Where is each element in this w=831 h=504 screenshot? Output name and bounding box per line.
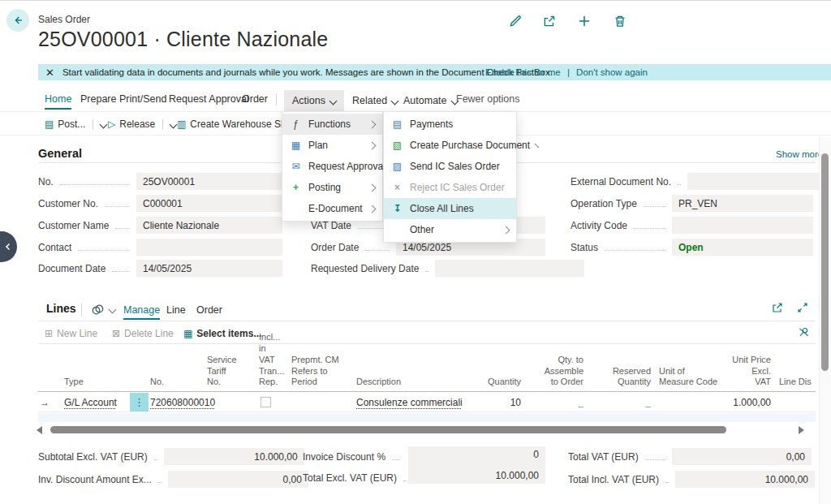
edit-button[interactable] <box>508 14 523 28</box>
cell-reserved-quantity[interactable]: _ <box>645 397 651 408</box>
lines-tab-line[interactable]: Line <box>166 304 186 316</box>
inv-discount-amount-input[interactable]: 0,00 <box>168 471 308 488</box>
cell-unit-of-measure[interactable] <box>657 393 726 411</box>
menu-item-plan[interactable]: ▦ Plan <box>282 135 382 156</box>
col-unit-of-measure[interactable]: Unit of Measure Code <box>657 346 726 391</box>
requested-delivery-date-input[interactable] <box>435 260 584 277</box>
col-service-tariff-no[interactable]: Service Tariff No. <box>205 346 257 391</box>
customer-no-input[interactable]: C000001 <box>136 195 282 212</box>
table-row[interactable]: → G/L Account ⋮ 720608000010 Consulenze … <box>38 393 816 412</box>
lines-tab-order[interactable]: Order <box>196 304 222 316</box>
col-qty-to-assemble[interactable]: Qty. to Assemble to Order <box>527 346 590 391</box>
vertical-scrollbar-thumb[interactable] <box>821 153 829 371</box>
new-document-button[interactable] <box>577 14 592 28</box>
dont-show-again-link[interactable]: Don't show again <box>576 67 648 77</box>
tab-home[interactable]: Home <box>45 93 71 105</box>
share-icon <box>771 301 784 314</box>
menu-item-send-ic-sales-order[interactable]: ▨ Send IC Sales Order <box>384 156 516 177</box>
share-lines-button[interactable] <box>771 301 784 314</box>
page-title: 25OV00001 · Cliente Nazionale <box>38 28 328 51</box>
lines-tab-manage[interactable]: Manage <box>123 304 160 316</box>
cell-service-tariff-no[interactable] <box>205 393 257 411</box>
col-line-discount[interactable]: Line Dis <box>777 346 816 391</box>
posting-icon: + <box>290 182 302 193</box>
tab-request-approval[interactable]: Request Approval <box>169 93 249 105</box>
menu-item-functions[interactable]: ƒ Functions <box>282 114 382 135</box>
delete-line-icon: ⊠ <box>112 328 120 339</box>
show-more-link[interactable]: Show more <box>776 149 823 159</box>
customer-name-input[interactable]: Cliente Nazionale <box>136 217 282 234</box>
cell-description[interactable]: Consulenze commerciali <box>356 397 463 408</box>
select-items-button[interactable]: ▦ Select items... <box>183 328 261 339</box>
menu-item-create-purchase-document[interactable]: ▧ Create Purchase Document <box>384 135 516 156</box>
notification-message: Start validating data in documents and j… <box>62 67 553 77</box>
cell-focus-indicator[interactable]: ⋮ <box>130 393 149 411</box>
hscroll-left-arrow[interactable] <box>37 426 42 434</box>
notification-close-icon[interactable]: ✕ <box>45 67 54 78</box>
col-quantity[interactable]: Quantity <box>459 346 527 391</box>
horizontal-scrollbar-thumb[interactable] <box>50 426 726 433</box>
select-items-icon: ▦ <box>183 328 192 339</box>
middle-totals-box[interactable]: 0 10.000,00 <box>408 446 545 484</box>
menu-item-payments[interactable]: ▤ Payments <box>384 114 516 135</box>
menu-item-e-document[interactable]: E-Document <box>282 198 382 219</box>
col-no[interactable]: No. <box>149 346 205 391</box>
cell-incl-in-vat[interactable] <box>257 393 290 411</box>
delete-button[interactable] <box>613 14 627 28</box>
total-excl-vat-value: 10.000,00 <box>415 470 539 481</box>
general-section-title[interactable]: General <box>38 147 82 160</box>
collapse-panel-button[interactable] <box>0 231 17 262</box>
tab-print-send[interactable]: Print/Send <box>119 93 166 105</box>
tab-order[interactable]: Order <box>242 93 268 105</box>
back-button[interactable] <box>6 9 29 32</box>
cell-prepmt-cm[interactable] <box>290 393 355 411</box>
release-button[interactable]: ▷ Release <box>108 115 176 133</box>
col-description[interactable]: Description <box>355 346 459 391</box>
actions-dropdown-menu: ƒ Functions ▦ Plan ✉ Request Approval + … <box>282 111 383 222</box>
cell-unit-price[interactable]: 1.000,00 <box>726 393 777 411</box>
menu-item-other[interactable]: Other <box>384 219 516 240</box>
operation-type-input[interactable]: PR_VEN <box>672 195 813 212</box>
focus-mode-button[interactable] <box>796 301 809 314</box>
no-input[interactable]: 25OV00001 <box>136 173 282 190</box>
post-button[interactable]: ▤ Post... <box>45 115 106 133</box>
contact-input[interactable] <box>136 239 282 256</box>
menu-item-close-all-lines[interactable]: ↧ Close All Lines <box>384 198 516 219</box>
cell-type[interactable]: G/L Account <box>64 397 117 408</box>
col-type[interactable]: Type <box>62 346 130 391</box>
hscroll-right-arrow[interactable] <box>799 426 804 434</box>
analyze-lines-button[interactable] <box>91 303 115 317</box>
functions-icon: ƒ <box>290 118 302 130</box>
post-split-chevron-icon[interactable] <box>100 120 108 128</box>
fewer-options-button[interactable]: Fewer options <box>456 93 520 105</box>
menu-automate[interactable]: Automate <box>395 90 466 111</box>
subtotal-value: 10.000,00 <box>164 448 304 465</box>
field-total-excl-vat: Total Excl. VAT (EUR) <box>303 469 406 486</box>
current-row-arrow-icon: → <box>38 393 62 411</box>
lines-section-title[interactable]: Lines <box>46 302 76 315</box>
col-incl-in-vat[interactable]: Incl... in VAT Tran... Rep. <box>257 346 290 391</box>
external-document-no-input[interactable] <box>687 173 829 190</box>
share-icon <box>542 14 557 28</box>
release-icon: ▷ <box>108 118 115 130</box>
menu-item-posting[interactable]: + Posting <box>282 177 382 198</box>
cell-qty-to-assemble[interactable]: _ <box>578 397 583 408</box>
cell-line-discount[interactable] <box>777 393 816 411</box>
unpin-factbox-button[interactable] <box>798 326 810 338</box>
invoice-discount-pct-value[interactable]: 0 <box>415 449 539 460</box>
breadcrumb[interactable]: Sales Order <box>38 14 90 25</box>
cell-quantity[interactable]: 10 <box>459 393 527 411</box>
col-prepmt-cm[interactable]: Prepmt. CM Refers to Period <box>290 346 355 391</box>
menu-item-request-approval[interactable]: ✉ Request Approval <box>282 156 382 177</box>
enable-this-link[interactable]: Enable this for me <box>485 67 561 77</box>
document-date-input[interactable]: 14/05/2025 <box>136 260 282 277</box>
checkbox-icon[interactable] <box>260 397 271 407</box>
col-unit-price-excl-vat[interactable]: Unit Price Excl. VAT <box>726 346 777 391</box>
menu-actions[interactable]: Actions <box>284 90 344 111</box>
activity-code-input[interactable] <box>672 217 813 234</box>
chevron-left-icon <box>4 243 12 251</box>
col-reserved-quantity[interactable]: Reserved Quantity <box>590 346 657 391</box>
notification-bar: ✕ Start validating data in documents and… <box>38 64 831 80</box>
tab-prepare[interactable]: Prepare <box>80 93 116 105</box>
share-button[interactable] <box>542 14 557 28</box>
